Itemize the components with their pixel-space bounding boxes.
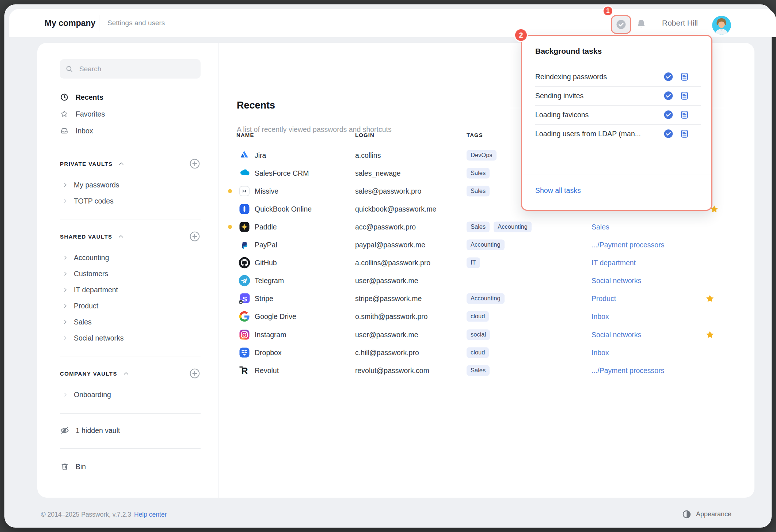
tag-accounting[interactable]: Accounting: [467, 293, 505, 304]
vault-label: Product: [74, 302, 98, 310]
vault-list: AccountingCustomersIT departmentProductS…: [60, 250, 218, 346]
chevron-right-icon: [62, 319, 69, 325]
task-log-icon[interactable]: [680, 72, 689, 82]
sidebar-item-customers[interactable]: Customers: [60, 266, 218, 282]
task-done-check-icon[interactable]: [663, 110, 673, 120]
sidebar-item-onboarding[interactable]: Onboarding: [60, 387, 218, 403]
sidebar-item-it-department[interactable]: IT department: [60, 282, 218, 298]
tag-devops[interactable]: DevOps: [467, 150, 497, 160]
github-icon: [238, 256, 251, 269]
record-login: stripe@passwork.me: [355, 294, 422, 303]
vault-link[interactable]: Inbox: [591, 348, 609, 357]
record-login: a.collins: [355, 151, 381, 159]
company-name[interactable]: My company: [45, 9, 95, 37]
tag-accounting[interactable]: Accounting: [494, 221, 532, 232]
avatar[interactable]: [712, 16, 731, 35]
sidebar-item-label: Inbox: [76, 127, 93, 135]
annotation-badge-2: 2: [514, 28, 528, 42]
sidebar-item-accounting[interactable]: Accounting: [60, 250, 218, 266]
table-row[interactable]: PayPalpaypal@passwork.meAccounting.../Pa…: [219, 236, 754, 254]
task-done-check-icon[interactable]: [663, 129, 673, 139]
task-log-icon[interactable]: [680, 110, 689, 120]
vault-link[interactable]: Social networks: [591, 277, 642, 285]
add-vault-button[interactable]: [189, 158, 201, 170]
show-all-tasks-link[interactable]: Show all tasks: [535, 186, 581, 195]
sidebar-item-my-passwords[interactable]: My passwords: [60, 177, 218, 193]
background-task-row: Loading users from LDAP (man...: [522, 125, 711, 142]
record-login: sales_newage: [355, 169, 401, 177]
appearance-toggle[interactable]: Appearance: [682, 509, 731, 519]
vault-label: My passwords: [74, 181, 119, 189]
vault-link[interactable]: Sales: [591, 223, 609, 231]
record-name: QuickBook Online: [255, 205, 312, 213]
quickbooks-icon: [238, 203, 251, 215]
user-name[interactable]: Robert Hill: [662, 9, 698, 37]
sidebar-item-product[interactable]: Product: [60, 298, 218, 314]
table-row[interactable]: Dropboxc.hill@passwork.procloudInbox: [219, 343, 754, 361]
salesforce-icon: [238, 167, 251, 179]
tag-cloud[interactable]: cloud: [467, 311, 489, 322]
tag-sales[interactable]: Sales: [467, 221, 490, 232]
task-label: Loading favicons: [535, 111, 589, 119]
record-name: Paddle: [255, 223, 277, 231]
topbar-divider: [99, 15, 99, 31]
background-task-row: Loading favicons: [522, 106, 711, 123]
sidebar-item-totp-codes[interactable]: TOTP codes: [60, 193, 218, 209]
bin-label: Bin: [76, 463, 86, 471]
divider: [60, 448, 201, 449]
add-vault-button[interactable]: [189, 368, 201, 379]
sidebar-item-bin[interactable]: Bin: [60, 458, 218, 475]
help-center-link[interactable]: Help center: [134, 511, 167, 518]
tag-sales[interactable]: Sales: [467, 365, 490, 376]
vault-link[interactable]: IT department: [591, 259, 636, 267]
search-input[interactable]: [79, 65, 195, 73]
vault-link[interactable]: Social networks: [591, 330, 642, 339]
column-header-tags: TAGS: [467, 132, 483, 138]
missive-icon: [238, 185, 251, 197]
table-row[interactable]: Google Driveo.smith@passwork.procloudInb…: [219, 308, 754, 326]
add-vault-button[interactable]: [189, 231, 201, 242]
vault-link[interactable]: Inbox: [591, 312, 609, 321]
table-row[interactable]: SStripestripe@passwork.meAccountingProdu…: [219, 290, 754, 308]
sidebar-item-social-networks[interactable]: Social networks: [60, 330, 218, 346]
notifications-bell-icon[interactable]: [636, 18, 647, 29]
vault-section-header: COMPANY VAULTS: [60, 366, 201, 381]
table-row[interactable]: Paddleacc@passwork.proSalesAccountingSal…: [219, 218, 754, 236]
sidebar-item-inbox[interactable]: Inbox: [60, 122, 218, 139]
task-done-check-icon[interactable]: [663, 91, 673, 101]
vault-link[interactable]: .../Payment processors: [591, 366, 664, 375]
table-row[interactable]: Instagramuser@passwork.mesocialSocial ne…: [219, 326, 754, 343]
task-done-check-icon[interactable]: [663, 72, 673, 82]
chevron-up-icon: [117, 233, 125, 240]
sidebar-item-label: Recents: [76, 93, 103, 102]
task-log-icon[interactable]: [680, 91, 689, 101]
tag-social[interactable]: social: [467, 329, 490, 340]
vault-link[interactable]: Product: [591, 294, 616, 303]
table-row[interactable]: Telegramuser@passwork.meSocial networks: [219, 272, 754, 290]
tag-it[interactable]: IT: [467, 258, 480, 268]
vault-label: Accounting: [74, 254, 109, 262]
tag-accounting[interactable]: Accounting: [467, 240, 505, 250]
paddle-icon: [238, 221, 251, 233]
screenshot-root: My company Settings and users Robert Hil…: [0, 0, 776, 532]
hidden-vaults-toggle[interactable]: 1 hidden vault: [60, 422, 218, 438]
settings-and-users-link[interactable]: Settings and users: [107, 9, 165, 37]
chevron-up-icon: [118, 160, 125, 167]
status-dot: [228, 225, 232, 229]
vault-link[interactable]: .../Payment processors: [591, 241, 664, 249]
background-tasks-button[interactable]: [611, 15, 631, 34]
tag-sales[interactable]: Sales: [467, 168, 490, 178]
sidebar-item-favorites[interactable]: Favorites: [60, 106, 218, 122]
tag-cloud[interactable]: cloud: [467, 347, 489, 358]
tag-sales[interactable]: Sales: [467, 186, 490, 196]
sidebar-item-recents[interactable]: Recents: [60, 89, 218, 106]
table-row[interactable]: RRevolutrevolut@passwork.comSales.../Pay…: [219, 361, 754, 379]
record-name: Instagram: [255, 330, 286, 339]
telegram-icon: [238, 274, 251, 287]
record-login: o.smith@passwork.pro: [355, 312, 428, 321]
sidebar-item-sales[interactable]: Sales: [60, 314, 218, 330]
table-row[interactable]: GitHuba.collins@passwork.proITIT departm…: [219, 254, 754, 272]
record-name: PayPal: [255, 241, 277, 249]
inbox-icon: [60, 126, 69, 135]
task-log-icon[interactable]: [680, 129, 689, 139]
